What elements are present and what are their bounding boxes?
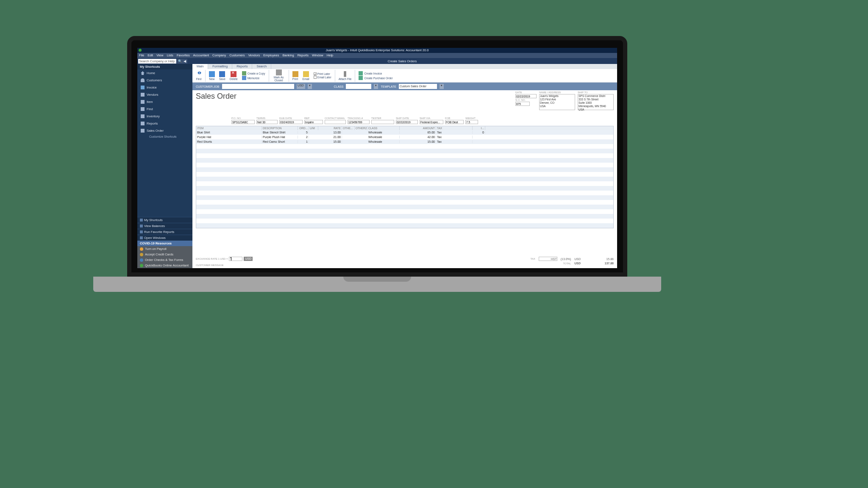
menu-banking[interactable]: Banking xyxy=(282,53,294,57)
name-address-box[interactable]: Juan's Widgets 123 First Ave Denver, CO … xyxy=(539,94,575,110)
tab-reports[interactable]: Reports xyxy=(232,64,252,69)
table-row[interactable]: Blue ShirtBlue Stencil Shirt513.00Wholes… xyxy=(196,130,613,135)
covid-item-credit-cards[interactable]: Accept Credit Cards xyxy=(137,252,192,257)
tab-search[interactable]: Search xyxy=(252,64,271,69)
new-button[interactable]: New xyxy=(207,71,217,80)
create-invoice-button[interactable]: Create Invoice xyxy=(357,71,394,75)
sidebar-tab-reports[interactable]: Run Favorite Reports xyxy=(137,229,192,235)
table-row[interactable] xyxy=(196,172,613,177)
covid-item-checks[interactable]: Order Checks & Tax Forms xyxy=(137,257,192,263)
date-input[interactable] xyxy=(515,94,537,98)
due-date-input[interactable] xyxy=(279,120,303,124)
rep-input[interactable] xyxy=(304,120,323,124)
sidebar-tab-shortcuts[interactable]: My Shortcuts xyxy=(137,217,192,223)
mark-closed-button[interactable]: Mark As Closed xyxy=(271,69,287,82)
ship-date-input[interactable] xyxy=(396,120,418,124)
menu-accountant[interactable]: Accountant xyxy=(193,53,209,57)
sidebar-item-item[interactable]: Item xyxy=(137,98,192,105)
tab-formatting[interactable]: Formatting xyxy=(208,64,232,69)
table-row[interactable]: Purple HatPurple Plush Hat221.00Wholesal… xyxy=(196,135,613,139)
table-row[interactable] xyxy=(196,209,613,214)
email-later-checkbox[interactable]: Email Later xyxy=(312,76,333,79)
so-no-input[interactable] xyxy=(515,102,530,106)
delete-button[interactable]: Delete xyxy=(228,71,239,80)
table-row[interactable] xyxy=(196,219,613,223)
menu-reports[interactable]: Reports xyxy=(298,53,309,57)
ship-to-box[interactable]: SPS Commerce Distri 333 S 7th Street Sui… xyxy=(578,94,614,110)
email-button[interactable]: Email xyxy=(301,71,311,80)
table-row[interactable]: Red ShortsRed Camo Short115.00Wholesale1… xyxy=(196,139,613,144)
sidebar-tab-windows[interactable]: Open Windows xyxy=(137,235,192,241)
contact-email-input[interactable] xyxy=(325,120,346,124)
table-row[interactable] xyxy=(196,223,613,228)
sidebar-item-invoice[interactable]: Invoice xyxy=(137,84,192,91)
memorize-button[interactable]: Memorize xyxy=(240,76,267,80)
covid-item-qbo[interactable]: QuickBooks Online Accountant xyxy=(137,263,192,268)
sidebar-item-customers[interactable]: Customers xyxy=(137,77,192,84)
menu-company[interactable]: Company xyxy=(212,53,226,57)
attach-file-button[interactable]: Attach File xyxy=(337,71,353,80)
table-row[interactable] xyxy=(196,149,613,153)
sidebar-item-find[interactable]: Find xyxy=(137,105,192,113)
table-row[interactable] xyxy=(196,181,613,186)
table-row[interactable] xyxy=(196,195,613,200)
customize-shortcuts-link[interactable]: Customize Shortcuts xyxy=(137,134,192,139)
line-items-grid[interactable]: ITEM DESCRIPTION ORD... U/M RATE OTHE...… xyxy=(196,126,614,228)
fob-input[interactable] xyxy=(445,120,464,124)
tab-main[interactable]: Main xyxy=(192,64,208,69)
sidebar-item-home[interactable]: Home xyxy=(137,69,192,77)
ship-via-input[interactable] xyxy=(420,120,443,124)
class-dropdown[interactable]: ▾ xyxy=(374,84,378,89)
table-row[interactable] xyxy=(196,214,613,219)
po-input[interactable] xyxy=(231,120,255,124)
table-row[interactable] xyxy=(196,191,613,195)
sidebar-item-inventory[interactable]: Inventory xyxy=(137,113,192,120)
sidebar-tab-balances[interactable]: View Balances xyxy=(137,223,192,229)
table-row[interactable] xyxy=(196,144,613,149)
tester-input[interactable] xyxy=(371,120,394,124)
create-copy-button[interactable]: Create a Copy xyxy=(240,71,267,75)
covid-item-payroll[interactable]: Turn on Payroll xyxy=(137,246,192,252)
menu-vendors[interactable]: Vendors xyxy=(248,53,260,57)
menu-file[interactable]: File xyxy=(139,53,144,57)
table-row[interactable] xyxy=(196,177,613,181)
table-row[interactable] xyxy=(196,186,613,191)
terms-input[interactable] xyxy=(256,120,278,124)
sidebar-item-sales-order[interactable]: Sales Order xyxy=(137,127,192,134)
menu-employees[interactable]: Employees xyxy=(263,53,279,57)
create-po-button[interactable]: Create Purchase Order xyxy=(357,76,394,80)
print-later-checkbox[interactable]: Print Later xyxy=(312,72,333,75)
tracking-input[interactable] xyxy=(348,120,370,124)
menu-favorites[interactable]: Favorites xyxy=(177,53,190,57)
menu-help[interactable]: Help xyxy=(327,53,333,57)
save-button[interactable]: Save xyxy=(217,71,227,80)
exchange-rate-input[interactable] xyxy=(229,257,242,261)
customer-job-input[interactable] xyxy=(222,84,294,89)
search-input[interactable]: Search Company or Help xyxy=(138,59,176,64)
collapse-sidebar-button[interactable]: ◀ xyxy=(182,59,187,64)
tax-code-select[interactable]: HST xyxy=(539,257,557,261)
sidebar-item-vendors[interactable]: Vendors xyxy=(137,91,192,98)
template-select[interactable]: Custom Sales Order xyxy=(399,84,437,89)
sidebar-item-reports[interactable]: Reports xyxy=(137,120,192,127)
find-button[interactable]: Find xyxy=(194,71,203,80)
table-row[interactable] xyxy=(196,163,613,167)
table-row[interactable] xyxy=(196,158,613,163)
table-row[interactable] xyxy=(196,205,613,209)
print-button[interactable]: Print xyxy=(291,71,300,80)
menu-lists[interactable]: Lists xyxy=(167,53,173,57)
menu-edit[interactable]: Edit xyxy=(147,53,153,57)
weight-input[interactable] xyxy=(465,120,478,124)
email-icon xyxy=(303,71,309,77)
currency-dropdown[interactable]: ▾ xyxy=(308,84,312,89)
table-row[interactable] xyxy=(196,153,613,158)
menu-view[interactable]: View xyxy=(156,53,163,57)
covid-resources-heading[interactable]: COVID-19 Resources xyxy=(137,241,192,246)
class-input[interactable] xyxy=(346,84,371,89)
table-row[interactable] xyxy=(196,167,613,172)
template-dropdown[interactable]: ▾ xyxy=(440,84,444,89)
menu-window[interactable]: Window xyxy=(312,53,323,57)
table-row[interactable] xyxy=(196,200,613,205)
menu-customers[interactable]: Customers xyxy=(229,53,245,57)
search-button[interactable]: 🔍 xyxy=(177,59,182,64)
